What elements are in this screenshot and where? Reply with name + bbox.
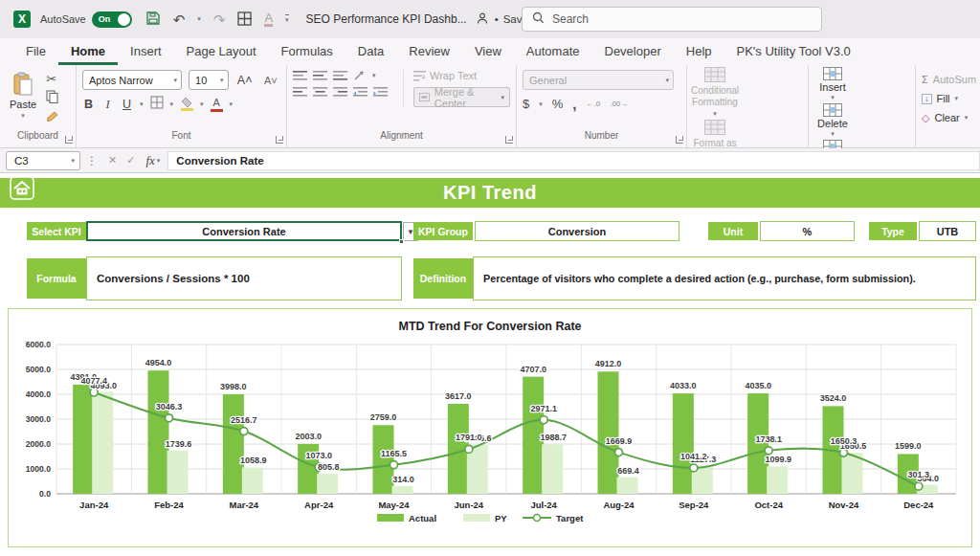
svg-text:1041.2: 1041.2 (680, 452, 707, 461)
name-box[interactable]: C3 ▾ (6, 151, 80, 170)
grow-font-button[interactable]: A˄ (235, 74, 255, 87)
cancel-icon[interactable]: ✕ (108, 154, 117, 167)
undo-dropdown-icon[interactable]: ▾ (197, 15, 201, 23)
number-dialog-launcher[interactable] (676, 136, 683, 144)
clear-label: Clear (934, 112, 959, 123)
align-top-icon[interactable] (293, 71, 307, 81)
ribbon-tab[interactable]: Page Layout (174, 40, 269, 65)
unit-label: Unit (708, 222, 758, 240)
ribbon-tab[interactable]: Automate (514, 40, 592, 65)
orientation-icon[interactable] (353, 70, 367, 81)
clear-button[interactable]: ◇ Clear ▾ (922, 109, 976, 126)
document-title[interactable]: SEO Performance KPI Dashb... (306, 12, 467, 26)
bold-button[interactable]: B (82, 98, 95, 111)
clipboard-dialog-launcher[interactable] (65, 136, 73, 144)
ribbon-tab[interactable]: Insert (118, 40, 174, 65)
svg-text:Jul-24: Jul-24 (530, 500, 557, 510)
ribbon-tab[interactable]: View (462, 40, 514, 65)
align-bottom-icon[interactable] (333, 71, 347, 81)
fill-button[interactable]: ↓ Fill ▾ (922, 90, 976, 107)
fill-color-button[interactable] (180, 98, 193, 111)
copy-icon[interactable] (46, 90, 59, 105)
font-size-select[interactable]: 10 ▾ (189, 70, 228, 90)
enter-icon[interactable]: ✓ (126, 154, 135, 167)
borders-qat-icon[interactable] (237, 11, 252, 28)
ribbon-tab[interactable]: File (13, 40, 58, 65)
kpi-trend-chart[interactable]: MTD Trend For Conversion Rate 0.01000.02… (8, 308, 972, 547)
save-icon[interactable] (145, 11, 161, 28)
font-dialog-launcher[interactable] (276, 136, 283, 144)
align-middle-icon[interactable] (313, 71, 327, 81)
format-painter-icon[interactable] (46, 110, 59, 124)
ribbon-tab[interactable]: Developer (592, 40, 674, 65)
wrap-text-button: Wrap Text (413, 70, 510, 81)
home-icon (10, 176, 34, 200)
cells-button[interactable]: Delete ▾ (809, 101, 857, 138)
kpi-select[interactable]: Conversion Rate (86, 221, 402, 241)
currency-dropdown-icon[interactable]: ▾ (539, 100, 543, 108)
excel-window: X AutoSave On ↶ ▾ ↷ A ▾ SEO Performance … (0, 0, 980, 556)
orientation-dropdown-icon[interactable]: ▾ (372, 72, 376, 79)
style-button-icon (704, 67, 725, 82)
ribbon-tab[interactable]: Data (345, 40, 396, 65)
ribbon-tab[interactable]: Help (674, 40, 724, 65)
cells-dropdown-icon: ▾ (831, 94, 835, 101)
borders-dropdown-icon[interactable]: ▾ (170, 100, 174, 108)
svg-text:Jun-24: Jun-24 (455, 500, 484, 510)
merge-center-icon (419, 92, 430, 102)
fill-icon: ↓ (922, 94, 932, 104)
currency-button[interactable]: $ (523, 97, 529, 111)
font-color-button[interactable]: A (211, 98, 223, 112)
search-input[interactable]: Search (522, 7, 822, 32)
cells-button[interactable]: Insert ▾ (809, 65, 857, 101)
wrap-text-label: Wrap Text (430, 70, 477, 81)
svg-text:Jan-24: Jan-24 (79, 500, 109, 510)
decrease-indent-icon[interactable] (353, 87, 368, 98)
borders-button[interactable] (150, 96, 164, 113)
formula-input[interactable]: Conversion Rate (167, 151, 980, 170)
cells-button-label: Delete (817, 118, 848, 129)
ribbon-tab[interactable]: Formulas (269, 40, 345, 65)
clear-dropdown-icon: ▾ (965, 114, 969, 122)
font-color-dropdown-icon[interactable]: ▾ (230, 100, 234, 108)
align-center-icon[interactable] (313, 87, 327, 98)
align-left-icon[interactable] (293, 87, 307, 98)
align-right-icon[interactable] (333, 87, 347, 98)
underline-button[interactable]: U (121, 98, 133, 111)
fill-color-dropdown-icon[interactable]: ▾ (200, 100, 204, 108)
cut-icon[interactable]: ✂ (46, 73, 59, 85)
ribbon-tab[interactable]: Review (396, 40, 462, 65)
svg-text:3000.0: 3000.0 (26, 414, 52, 424)
svg-text:2759.0: 2759.0 (370, 412, 397, 422)
paste-button[interactable]: Paste ▾ (6, 70, 40, 122)
style-button-label: Conditional Formatting (687, 85, 743, 107)
alignment-dialog-launcher[interactable] (505, 136, 513, 144)
ribbon-tab[interactable]: Home (58, 40, 118, 65)
editing-group: Σ AutoSum ↓ Fill ▾ ◇ Clear ▾ (916, 65, 980, 147)
font-name-select[interactable]: Aptos Narrow ▾ (82, 70, 182, 90)
italic-button[interactable]: I (101, 98, 114, 112)
merge-center-button: Merge & Center ▾ (413, 87, 510, 107)
ribbon-tabs: FileHomeInsertPage LayoutFormulasDataRev… (0, 38, 980, 65)
share-person-icon[interactable] (477, 11, 490, 27)
home-button[interactable] (10, 176, 34, 200)
percent-button[interactable]: % (552, 97, 564, 111)
increase-decimal-button[interactable]: ←.0 (586, 100, 600, 108)
svg-text:1738.1: 1738.1 (755, 434, 782, 444)
qat-overflow-icon[interactable]: ▾ (285, 14, 289, 24)
shrink-font-button[interactable]: A˅ (261, 75, 280, 86)
decrease-decimal-button[interactable]: .00→ (610, 100, 628, 108)
increase-indent-icon[interactable] (373, 87, 388, 98)
underline-dropdown-icon[interactable]: ▾ (140, 100, 144, 108)
selection-fill-handle[interactable] (399, 239, 404, 244)
undo-icon[interactable]: ↶ (173, 12, 186, 27)
comma-style-button[interactable]: , (572, 96, 576, 112)
ribbon-tab[interactable]: PK's Utility Tool V3.0 (724, 40, 863, 65)
paste-label: Paste (10, 99, 36, 110)
svg-text:4035.0: 4035.0 (745, 381, 771, 390)
autosave-toggle[interactable]: On (92, 11, 132, 28)
chart-title: MTD Trend For Conversion Rate (9, 309, 971, 333)
insert-function-icon[interactable]: fx (145, 153, 154, 168)
svg-text:May-24: May-24 (378, 500, 410, 510)
kpi-select-value: Conversion Rate (202, 226, 285, 237)
